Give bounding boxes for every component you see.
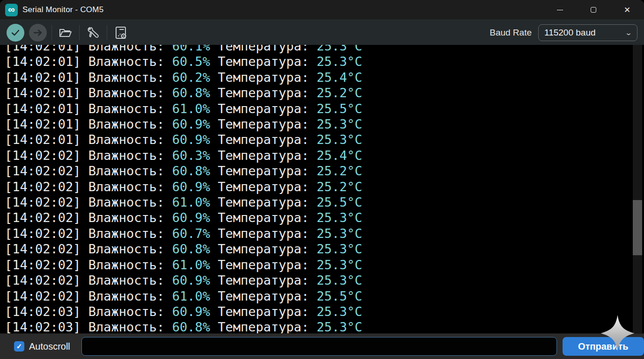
maximize-button[interactable] [577,0,610,20]
baud-rate-label: Baud Rate [490,28,532,38]
verify-icon [11,28,20,37]
board-config-button[interactable] [112,24,130,42]
tools-icon [86,26,100,40]
title-bar: ∞ Serial Monitor - COM5 ✕ [0,0,644,20]
serial-line: [14:02:01] Влажность: 61.0% Температура:… [5,101,630,116]
serial-line: [14:02:02] Влажность: 60.8% Температура:… [5,241,630,257]
serial-line: [14:02:02] Влажность: 60.9% Температура:… [5,179,630,194]
tools-button[interactable] [84,24,102,42]
serial-line: [14:02:02] Влажность: 61.0% Температура:… [5,257,630,273]
toolbar-divider [51,25,52,40]
close-button[interactable]: ✕ [610,0,644,20]
serial-line: [14:02:02] Влажность: 60.3% Температура:… [5,148,630,163]
serial-line: [14:02:02] Влажность: 60.7% Температура:… [5,226,630,241]
serial-line: [14:02:02] Влажность: 61.0% Температура:… [5,288,630,304]
baud-rate-select[interactable]: 115200 baud ⌄ [538,24,637,41]
maximize-icon [591,7,596,13]
vertical-scrollbar[interactable] [633,45,642,333]
baud-rate-value: 115200 baud [544,28,596,38]
toolbar: Baud Rate 115200 baud ⌄ [0,20,644,45]
serial-line: [14:02:02] Влажность: 61.0% Температура:… [5,194,630,210]
upload-button[interactable] [29,24,47,42]
upload-icon [33,28,43,37]
autoscroll-toggle[interactable]: ✓ Autoscroll [14,341,70,352]
window-title: Serial Monitor - COM5 [22,5,103,14]
serial-line: [14:02:01] Влажность: 60.1% Температура:… [5,45,630,54]
autoscroll-checkbox[interactable]: ✓ [14,341,24,352]
serial-output-lines: [14:02:01] Влажность: 60.1% Температура:… [5,45,630,333]
serial-monitor-window: ∞ Serial Monitor - COM5 ✕ [0,0,644,359]
minimize-icon [557,10,563,10]
serial-line: [14:02:01] Влажность: 60.9% Температура:… [5,132,630,147]
serial-line: [14:02:02] Влажность: 60.8% Температура:… [5,163,630,179]
serial-line: [14:02:01] Влажность: 60.5% Температура:… [5,54,630,69]
send-button[interactable]: Отправить [563,337,644,356]
serial-line: [14:02:02] Влажность: 60.9% Температура:… [5,210,630,225]
serial-line: [14:02:03] Влажность: 60.8% Температура:… [5,319,630,333]
toolbar-divider [107,25,107,40]
verify-button[interactable] [7,24,24,42]
board-config-icon [114,26,128,40]
toolbar-divider [79,25,80,40]
autoscroll-label: Autoscroll [29,341,70,352]
chevron-down-icon: ⌄ [625,29,632,36]
minimize-button[interactable] [543,0,577,20]
serial-line: [14:02:01] Влажность: 60.8% Температура:… [5,85,630,101]
serial-line: [14:02:01] Влажность: 60.9% Температура:… [5,116,630,132]
open-folder-icon [59,27,73,39]
serial-line: [14:02:03] Влажность: 60.9% Температура:… [5,304,630,319]
message-input[interactable] [81,337,557,356]
open-sketch-button[interactable] [57,24,74,42]
close-icon: ✕ [624,5,630,15]
serial-line: [14:02:01] Влажность: 60.2% Температура:… [5,70,630,85]
bottom-bar: ✓ Autoscroll Отправить [0,333,644,359]
serial-line: [14:02:02] Влажность: 60.9% Температура:… [5,273,630,288]
serial-output-area[interactable]: [14:02:01] Влажность: 60.1% Температура:… [0,45,644,333]
arduino-logo-icon: ∞ [5,4,18,16]
scrollbar-thumb[interactable] [633,200,642,255]
check-icon: ✓ [16,342,22,351]
